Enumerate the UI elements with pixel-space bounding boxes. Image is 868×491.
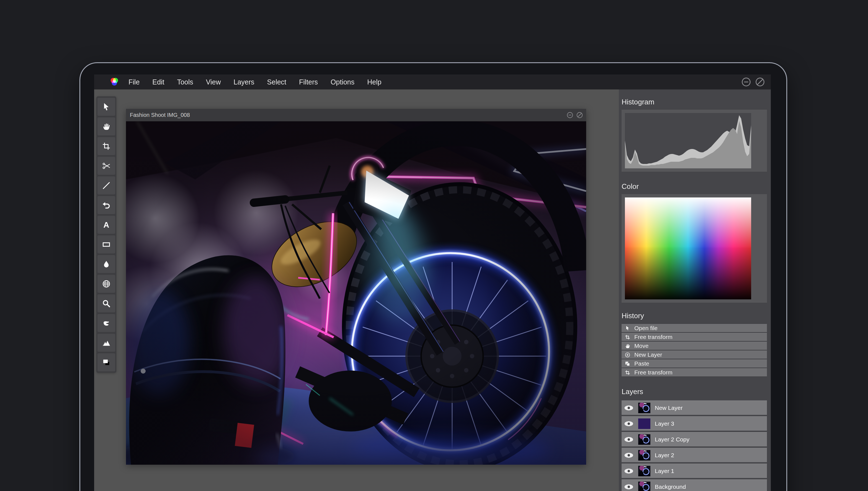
- pointer-tool-button[interactable]: [97, 98, 115, 116]
- undo-tool-button[interactable]: [97, 196, 115, 214]
- rectangle-icon: [102, 240, 111, 249]
- layer-thumbnail: [638, 482, 650, 491]
- zoom-icon: [102, 299, 111, 308]
- droplet-icon: [102, 260, 111, 268]
- undo-icon: [102, 201, 111, 209]
- layer-row-layer-1[interactable]: Layer 1: [622, 464, 767, 478]
- histogram-title: Histogram: [622, 98, 767, 106]
- menu-item-filters[interactable]: Filters: [299, 78, 318, 86]
- zoom-tool-button[interactable]: [97, 294, 115, 312]
- history-item-free-transform-2[interactable]: Free transform: [622, 368, 767, 376]
- workspace: A: [94, 89, 771, 491]
- transform-icon: [624, 369, 630, 376]
- smudge-icon: [102, 319, 111, 327]
- menu-item-edit[interactable]: Edit: [152, 78, 164, 86]
- text-icon: A: [102, 221, 111, 229]
- color-picker-gradient[interactable]: [625, 198, 751, 299]
- crop-tool-button[interactable]: [97, 137, 115, 155]
- menu-item-file[interactable]: File: [128, 78, 140, 86]
- document-window: Fashion Shoot IMG_008: [126, 109, 586, 465]
- layer-row-layer-2-copy[interactable]: Layer 2 Copy: [622, 432, 767, 446]
- svg-text:A: A: [103, 221, 109, 229]
- minimize-button[interactable]: [742, 77, 751, 87]
- menu-item-tools[interactable]: Tools: [177, 78, 193, 86]
- mountains-tool-button[interactable]: [97, 334, 115, 352]
- history-item-move[interactable]: Move: [622, 342, 767, 350]
- rectangle-tool-button[interactable]: [97, 235, 115, 253]
- close-button[interactable]: [755, 77, 765, 87]
- histogram-panel: [622, 110, 767, 172]
- mountains-icon: [102, 339, 111, 347]
- hand-tool-button[interactable]: [97, 117, 115, 136]
- history-item-free-transform[interactable]: Free transform: [622, 333, 767, 341]
- neon-motorcycle-scene: [126, 121, 586, 465]
- visibility-eye-icon[interactable]: [624, 436, 634, 442]
- color-panel: [622, 194, 767, 303]
- document-minimize-button[interactable]: [567, 112, 573, 118]
- layer-thumbnail: [638, 418, 650, 429]
- document-close-button[interactable]: [576, 112, 583, 118]
- document-title: Fashion Shoot IMG_008: [130, 112, 190, 118]
- layer-row-background[interactable]: Background: [622, 480, 767, 491]
- visibility-eye-icon[interactable]: [624, 484, 634, 490]
- history-list: Open file Free transform Move New Layer: [622, 324, 767, 376]
- app-window: File Edit Tools View Layers Select Filte…: [94, 75, 771, 491]
- layer-thumbnail: [638, 466, 650, 476]
- document-titlebar[interactable]: Fashion Shoot IMG_008: [126, 109, 586, 121]
- layer-thumbnail: [638, 403, 650, 413]
- window-controls: [742, 77, 765, 87]
- layer-thumbnail: [638, 450, 650, 461]
- globe-tool-button[interactable]: [97, 275, 115, 293]
- histogram-plot: [625, 113, 751, 168]
- hand-icon: [624, 343, 630, 349]
- visibility-eye-icon[interactable]: [624, 405, 634, 411]
- menu-item-options[interactable]: Options: [331, 78, 354, 86]
- menu-item-help[interactable]: Help: [367, 78, 381, 86]
- rgb-color-model-logo-icon: [110, 77, 119, 87]
- hand-icon: [102, 122, 111, 131]
- monitor-frame: File Edit Tools View Layers Select Filte…: [80, 62, 787, 491]
- history-item-open-file[interactable]: Open file: [622, 324, 767, 332]
- menu-bar: File Edit Tools View Layers Select Filte…: [94, 75, 771, 89]
- history-title: History: [622, 312, 767, 320]
- color-swatches-button[interactable]: [97, 353, 115, 371]
- cursor-icon: [624, 325, 630, 331]
- text-tool-button[interactable]: A: [97, 216, 115, 234]
- line-tool-button[interactable]: [97, 176, 115, 194]
- pointer-icon: [102, 103, 111, 111]
- history-item-new-layer[interactable]: New Layer: [622, 351, 767, 358]
- scissors-icon: [102, 162, 111, 170]
- plus-circle-icon: [624, 352, 630, 358]
- line-icon: [102, 181, 111, 190]
- globe-icon: [102, 280, 111, 288]
- layer-row-layer-3[interactable]: Layer 3: [622, 416, 767, 431]
- visibility-eye-icon[interactable]: [624, 452, 634, 458]
- menu-item-layers[interactable]: Layers: [234, 78, 255, 86]
- color-swatches-icon: [102, 358, 111, 367]
- crop-icon: [102, 142, 111, 150]
- visibility-eye-icon[interactable]: [624, 421, 634, 427]
- tool-palette: A: [96, 96, 116, 373]
- paste-icon: [624, 360, 630, 367]
- layer-thumbnail: [638, 434, 650, 445]
- layers-title: Layers: [622, 387, 767, 396]
- menu-item-select[interactable]: Select: [267, 78, 286, 86]
- right-panel: Histogram Color History Open file: [619, 89, 771, 491]
- canvas-image[interactable]: [126, 121, 586, 465]
- scissors-tool-button[interactable]: [97, 157, 115, 175]
- layer-row-new-layer[interactable]: New Layer: [622, 400, 767, 415]
- menu-item-view[interactable]: View: [206, 78, 221, 86]
- color-title: Color: [622, 182, 767, 191]
- smudge-tool-button[interactable]: [97, 314, 115, 332]
- droplet-tool-button[interactable]: [97, 255, 115, 273]
- layer-row-layer-2[interactable]: Layer 2: [622, 448, 767, 462]
- history-item-paste[interactable]: Paste: [622, 359, 767, 368]
- layers-list: New Layer Layer 3 Layer 2 Copy: [622, 400, 767, 491]
- visibility-eye-icon[interactable]: [624, 468, 634, 474]
- transform-icon: [624, 334, 630, 340]
- menu-items: File Edit Tools View Layers Select Filte…: [128, 78, 382, 86]
